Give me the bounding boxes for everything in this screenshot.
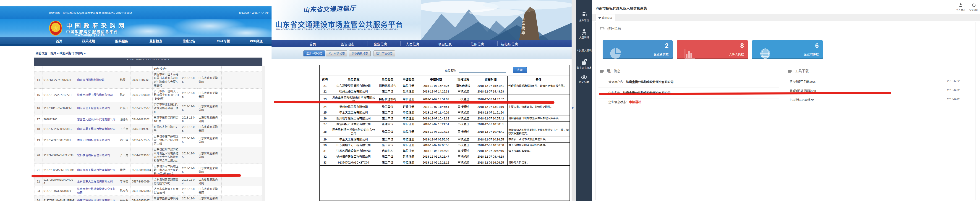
- stat-card-3[interactable]: 6企业附件数: [752, 40, 823, 59]
- ccgp-nav-5[interactable]: 信息公告: [183, 38, 195, 43]
- sidebar-item-5[interactable]: 历史记录: [576, 75, 592, 84]
- sdjt-nav-7[interactable]: 招投标信息: [501, 41, 518, 46]
- sidebar-item-1[interactable]: 企业管理: [576, 12, 592, 22]
- org-code: 91371400MA3M5XJC98: [43, 147, 76, 164]
- empty-cell: [221, 134, 262, 147]
- apply-type: 延续注册: [398, 154, 419, 160]
- row-no: 22: [320, 89, 330, 94]
- org-name-link[interactable]: 济南百思得工程咨询有限公司: [76, 88, 119, 102]
- row-no: 18: [35, 124, 43, 134]
- sidebar-item-4[interactable]: 数字证书绑定: [576, 59, 592, 69]
- apply-type: 单位注册: [398, 121, 419, 127]
- apply-time: 2018-12-07 09:06:56: [419, 142, 453, 148]
- remark: [508, 89, 570, 94]
- sdjt-nav-3[interactable]: 企业信息: [374, 41, 387, 46]
- org-type: 施工单位: [377, 142, 398, 148]
- sidebar-item-2[interactable]: 人员管理: [576, 29, 592, 39]
- expand-arrow-icon[interactable]: ▶: [572, 106, 574, 109]
- address: 济宁市环城北路12号省淮河局办公楼二楼东: [153, 102, 181, 115]
- stat-value: 8: [740, 42, 744, 49]
- org-name-link[interactable]: 山东美誉工程咨询有限公司: [76, 102, 119, 115]
- sdjt-nav-5[interactable]: 项目信息: [438, 41, 452, 46]
- org-name: 德州公路工程有限公司: [330, 104, 377, 110]
- audit-time: 2018-12-07 15:51:41: [474, 83, 508, 89]
- org-name-link[interactable]: 山东华策建设项目管理有限公司: [76, 196, 119, 201]
- search-button[interactable]: 查询: [513, 67, 527, 73]
- sdjt-nav-2[interactable]: 监管动态: [340, 41, 354, 46]
- org-name-link[interactable]: 金乡县东大工程咨询有限公司: [76, 177, 119, 186]
- sdjt-tabs: 注册审核动态公开审核动态授权委托动态退出市场动态: [272, 47, 571, 59]
- table-row: 27国信科技产业集团有限公司监理单位单位注册2018-12-07 10:21:5…: [320, 121, 570, 127]
- sdjt-nav-6[interactable]: 信用信息: [471, 41, 484, 46]
- contact: 毕海霞: [119, 177, 131, 186]
- apply-time: 2018-12-07 11:40:26: [419, 110, 453, 116]
- ccgp-nav-7[interactable]: PPP频道: [250, 38, 262, 43]
- sdjt-nav-4[interactable]: 人员信息: [406, 41, 419, 46]
- org-name: 山东奥翔土方工程有限公司: [330, 142, 377, 148]
- org-type: 施工单位: [377, 137, 398, 142]
- column-header: 备注: [508, 76, 570, 83]
- org-name-link[interactable]: 枣庄正辉招标咨询有限公司: [76, 134, 119, 147]
- row-no: 28: [320, 127, 330, 137]
- download-file-row[interactable]: 招标投标CA联盟.zip2018-6-22: [790, 98, 972, 102]
- table-row: 22德州公路工程有限公司施工单位延续注册2018-12-07 14:26:31审…: [320, 89, 570, 94]
- org-name-link[interactable]: 山东金日招标有限公司: [76, 72, 119, 89]
- address: 济南市高新区天辰大街1188号: [153, 187, 181, 196]
- company-search-input[interactable]: [459, 67, 506, 73]
- address: 临沂市兰山区上海路东段（市政府东200米）路南府东大厦A座25楼: [153, 72, 181, 89]
- stat-card-1[interactable]: 2企业资质数: [603, 40, 673, 59]
- ccgp-nav-4[interactable]: 监督检查: [150, 38, 162, 43]
- org-name-link[interactable]: 宏亿联咨项目管理有限公司: [76, 147, 119, 164]
- download-file-row[interactable]: 留言板使用手册.docx2018-6-22: [790, 80, 972, 83]
- ccgp-window: 财政部唯一指定政府采购信息网络发布媒体 国家级政府采购专业网站 服务热线：400…: [0, 0, 272, 201]
- column-header: 审核时间: [474, 76, 508, 83]
- audit-status: 审核未通过: [453, 83, 474, 89]
- apply-time: 2018-12-07 14:26:31: [419, 89, 453, 94]
- ccgp-nav-2[interactable]: 政采法规: [82, 38, 95, 43]
- tab-welcome[interactable]: 欢迎首页: [595, 14, 615, 21]
- logout-button[interactable]: 安全退出: [968, 3, 980, 12]
- remark: 请补充人员信息。: [508, 160, 570, 165]
- jinan-title: 济南市招标代理从业人员信息系统: [595, 6, 647, 11]
- user-info-section-title: 用户信息: [600, 68, 620, 73]
- org-type: 施工单位: [377, 160, 398, 165]
- sdjt-window: 山东省交通运输厅 山东省交通建设市场监管公共服务平台 SHANDONG PROV…: [272, 0, 571, 201]
- tab-2[interactable]: 公开审核动态: [326, 51, 347, 56]
- tab-active[interactable]: 注册审核动态: [304, 51, 325, 56]
- ccgp-nav-1[interactable]: 首页: [56, 38, 62, 43]
- panel-splitter[interactable]: ▶: [571, 0, 576, 201]
- org-code: 913713027741687636: [43, 72, 76, 89]
- sdjt-nav: 首页监管动态企业信息人员信息项目信息信用信息招投标信息: [272, 40, 571, 47]
- tab-3[interactable]: 授权委托动态: [349, 51, 371, 56]
- table-row: 17764832165东营鲁元建设招标代理有限公司潘德新0546-8082202…: [35, 115, 262, 124]
- audit-time: 2018-12-07 13:31:16: [474, 104, 508, 110]
- org-name-link[interactable]: 山东天昊工程项目管理有限公司: [76, 124, 119, 134]
- sidebar-item-3[interactable]: 人员转入转出: [576, 48, 592, 52]
- column-header: 申请类型: [398, 76, 419, 83]
- stat-card-2[interactable]: 8入库人员数: [677, 40, 748, 59]
- row-no: 30: [320, 142, 330, 148]
- file-name-link[interactable]: 天威诚信证书驱动.zip: [790, 89, 816, 93]
- file-name-link[interactable]: 招标投标CA联盟.zip: [790, 99, 814, 102]
- org-type: 施工单位: [377, 154, 398, 160]
- org-name-link[interactable]: 东营鲁元建设招标代理有限公司: [76, 115, 119, 124]
- remark: [508, 121, 570, 127]
- ccgp-nav-6[interactable]: GPA专栏: [217, 38, 230, 43]
- profile-button[interactable]: 个人中心: [955, 3, 966, 12]
- tab-4[interactable]: 退出市场动态: [374, 51, 395, 56]
- ccgp-slogan: 财政部唯一指定政府采购信息网络发布媒体 国家级政府采购专业网站: [49, 11, 132, 15]
- scroll-up-icon[interactable]: ⌃: [262, 66, 264, 69]
- apply-time: 2018-12-07 15:47:25: [419, 83, 453, 89]
- date: 2018-12-05: [181, 124, 197, 134]
- audit-status: 审核通过: [453, 137, 474, 142]
- row-no: 24: [320, 104, 330, 110]
- org-name-link[interactable]: 济南金衢公路勘察设计研究有限公司: [76, 187, 119, 196]
- address: 济南市历下区山大南路60号十层东区1011-1016室: [153, 88, 181, 102]
- ccgp-nav-3[interactable]: 购买服务: [115, 38, 128, 43]
- sdjt-nav-1[interactable]: 首页: [309, 41, 316, 46]
- empty-cell: [221, 196, 262, 201]
- stat-value: 6: [815, 42, 819, 49]
- file-name-link[interactable]: 留言板使用手册.docx: [790, 80, 816, 83]
- table-scrollbar[interactable]: ⌃: [262, 66, 266, 201]
- ccgp-hotline: 服务热线：400-810-1996: [239, 11, 269, 15]
